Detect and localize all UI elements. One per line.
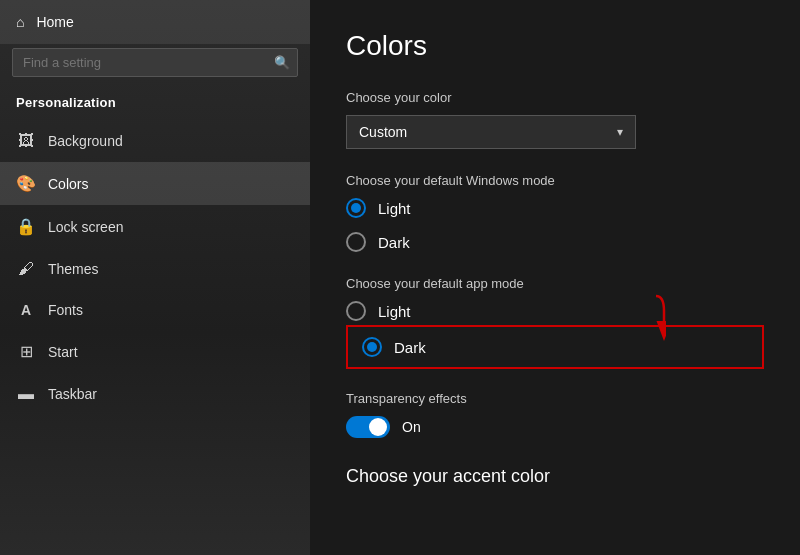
- choose-color-label: Choose your color: [346, 90, 764, 105]
- sidebar-item-themes[interactable]: 🖌 Themes: [0, 248, 310, 290]
- colors-icon: 🎨: [16, 174, 36, 193]
- sidebar-item-label: Themes: [48, 261, 99, 277]
- color-dropdown[interactable]: Custom ▾: [346, 115, 636, 149]
- sidebar: ⌂ Home 🔍 Personalization 🖼 Background 🎨 …: [0, 0, 310, 555]
- red-arrow-icon: [586, 291, 666, 351]
- chevron-down-icon: ▾: [617, 125, 623, 139]
- accent-color-title: Choose your accent color: [346, 466, 764, 487]
- main-content: Colors Choose your color Custom ▾ Choose…: [310, 0, 800, 555]
- search-input[interactable]: [12, 48, 298, 77]
- sidebar-item-fonts[interactable]: A Fonts: [0, 290, 310, 330]
- sidebar-item-colors[interactable]: 🎨 Colors: [0, 162, 310, 205]
- radio-inner-app-dark: [367, 342, 377, 352]
- radio-outer-light-selected: [346, 198, 366, 218]
- background-icon: 🖼: [16, 132, 36, 150]
- windows-mode-light-label: Light: [378, 200, 411, 217]
- app-mode-dark-highlighted[interactable]: Dark: [346, 325, 764, 369]
- sidebar-home-item[interactable]: ⌂ Home: [0, 0, 310, 44]
- page-title: Colors: [346, 30, 764, 62]
- sidebar-section-title: Personalization: [0, 87, 310, 120]
- search-icon: 🔍: [274, 55, 290, 70]
- sidebar-home-label: Home: [36, 14, 73, 30]
- color-dropdown-section: Choose your color Custom ▾: [346, 90, 764, 149]
- windows-mode-light[interactable]: Light: [346, 198, 764, 218]
- sidebar-item-label: Colors: [48, 176, 88, 192]
- sidebar-item-label: Fonts: [48, 302, 83, 318]
- windows-mode-dark-label: Dark: [378, 234, 410, 251]
- taskbar-icon: ▬: [16, 385, 36, 403]
- app-mode-light-label: Light: [378, 303, 411, 320]
- sidebar-item-label: Taskbar: [48, 386, 97, 402]
- dropdown-value: Custom: [359, 124, 407, 140]
- start-icon: ⊞: [16, 342, 36, 361]
- app-mode-section: Choose your default app mode Light: [346, 276, 764, 369]
- transparency-on-label: On: [402, 419, 421, 435]
- lock-icon: 🔒: [16, 217, 36, 236]
- radio-outer-app-light: [346, 301, 366, 321]
- app-mode-light[interactable]: Light: [346, 301, 411, 321]
- sidebar-item-label: Lock screen: [48, 219, 123, 235]
- windows-mode-dark[interactable]: Dark: [346, 232, 764, 252]
- themes-icon: 🖌: [16, 260, 36, 278]
- radio-inner-light: [351, 203, 361, 213]
- sidebar-item-label: Start: [48, 344, 78, 360]
- sidebar-item-lock-screen[interactable]: 🔒 Lock screen: [0, 205, 310, 248]
- sidebar-search-container: 🔍: [12, 48, 298, 77]
- toggle-thumb: [369, 418, 387, 436]
- app-mode-dark-label: Dark: [394, 339, 426, 356]
- radio-outer-app-dark-selected: [362, 337, 382, 357]
- transparency-section: Transparency effects On: [346, 391, 764, 438]
- sidebar-item-taskbar[interactable]: ▬ Taskbar: [0, 373, 310, 415]
- transparency-label: Transparency effects: [346, 391, 764, 406]
- transparency-row: On: [346, 416, 764, 438]
- sidebar-item-background[interactable]: 🖼 Background: [0, 120, 310, 162]
- sidebar-item-label: Background: [48, 133, 123, 149]
- radio-outer-dark: [346, 232, 366, 252]
- windows-mode-section: Choose your default Windows mode Light D…: [346, 173, 764, 252]
- windows-mode-label: Choose your default Windows mode: [346, 173, 764, 188]
- fonts-icon: A: [16, 302, 36, 318]
- app-mode-label: Choose your default app mode: [346, 276, 764, 291]
- sidebar-item-start[interactable]: ⊞ Start: [0, 330, 310, 373]
- transparency-toggle[interactable]: [346, 416, 390, 438]
- home-icon: ⌂: [16, 14, 24, 30]
